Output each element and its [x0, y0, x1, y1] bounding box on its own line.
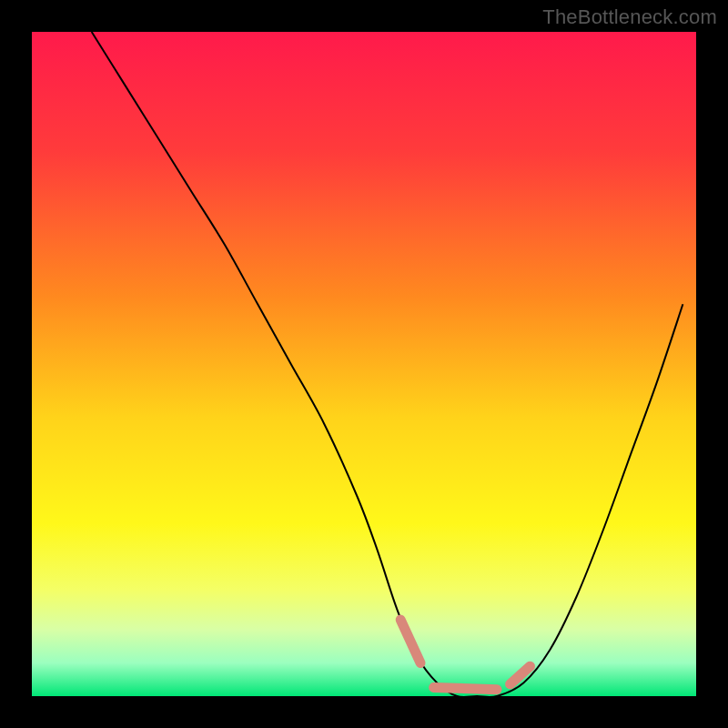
- watermark-text: TheBottleneck.com: [542, 5, 717, 29]
- plot-background: [32, 32, 696, 696]
- chart-frame: TheBottleneck.com: [0, 0, 728, 728]
- optimum-band: [434, 688, 497, 690]
- chart-canvas: [0, 0, 728, 728]
